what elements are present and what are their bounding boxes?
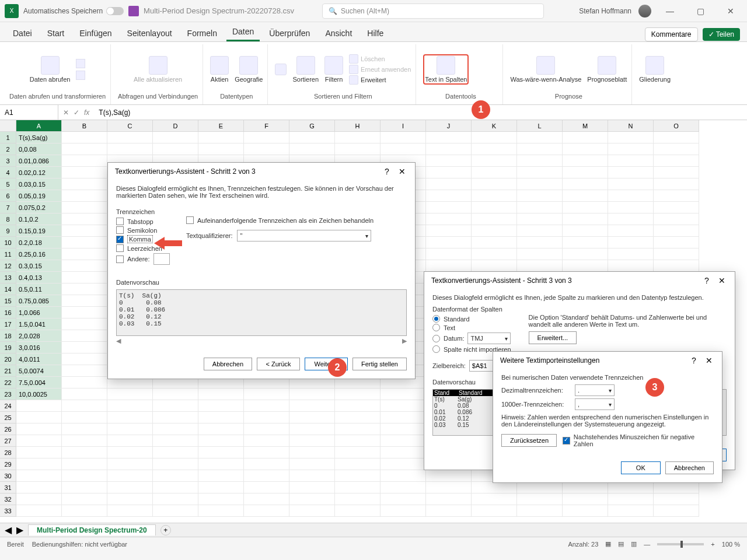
cell[interactable]: [62, 237, 107, 249]
avatar[interactable]: [638, 5, 651, 18]
cell[interactable]: [517, 167, 563, 178]
cell[interactable]: [563, 237, 608, 249]
share-button[interactable]: ✓ Teilen: [703, 28, 740, 41]
cell[interactable]: [517, 225, 563, 237]
tab-start[interactable]: Start: [41, 25, 71, 41]
cell[interactable]: [608, 178, 654, 190]
cell[interactable]: [62, 470, 107, 482]
cell[interactable]: [608, 260, 654, 272]
window-close[interactable]: ✕: [719, 6, 742, 16]
clear-filter[interactable]: Löschen: [349, 54, 411, 64]
cell[interactable]: [608, 214, 654, 225]
cell[interactable]: [426, 178, 472, 190]
cell[interactable]: [153, 412, 198, 424]
cell[interactable]: 0,0.08: [16, 144, 62, 155]
cell[interactable]: [654, 260, 699, 272]
cell[interactable]: [107, 447, 153, 459]
cell[interactable]: [608, 155, 654, 167]
cell[interactable]: [472, 505, 517, 517]
tab-formeln[interactable]: Formeln: [181, 25, 223, 41]
cell[interactable]: [563, 482, 608, 494]
cell[interactable]: [654, 237, 699, 249]
cell[interactable]: [153, 144, 198, 155]
cell[interactable]: [608, 190, 654, 202]
cell[interactable]: [198, 459, 244, 470]
tab-ueberpruefen[interactable]: Überprüfen: [263, 25, 316, 41]
cell[interactable]: [16, 435, 62, 447]
cell[interactable]: [107, 424, 153, 435]
cell[interactable]: 1.5,0.041: [16, 318, 62, 330]
date-format-combo[interactable]: TMJ▾: [467, 332, 511, 344]
save-icon[interactable]: [128, 6, 139, 16]
select-all-corner[interactable]: [0, 120, 16, 132]
cell[interactable]: [426, 482, 472, 494]
cell[interactable]: 0.2,0.18: [16, 237, 62, 249]
row-header[interactable]: 18: [0, 330, 16, 342]
cell[interactable]: [335, 132, 381, 144]
cell[interactable]: [472, 260, 517, 272]
cell[interactable]: [472, 132, 517, 144]
cell[interactable]: [472, 178, 517, 190]
help-icon[interactable]: ?: [704, 276, 714, 285]
cell[interactable]: [289, 424, 335, 435]
cell[interactable]: [654, 249, 699, 260]
cell[interactable]: [289, 482, 335, 494]
row-header[interactable]: 2: [0, 144, 16, 155]
cell[interactable]: [517, 494, 563, 505]
row-header[interactable]: 21: [0, 365, 16, 377]
cell[interactable]: [517, 237, 563, 249]
cell[interactable]: 0.03,0.15: [16, 178, 62, 190]
cell[interactable]: [16, 400, 62, 412]
row-header[interactable]: 30: [0, 470, 16, 482]
cell[interactable]: [426, 132, 472, 144]
cell[interactable]: [654, 482, 699, 494]
cell[interactable]: [563, 144, 608, 155]
column-header[interactable]: F: [244, 120, 289, 132]
cell[interactable]: [608, 249, 654, 260]
cell[interactable]: [289, 144, 335, 155]
cell[interactable]: [244, 435, 289, 447]
cell[interactable]: [16, 505, 62, 517]
cell[interactable]: [608, 202, 654, 214]
cell[interactable]: [62, 249, 107, 260]
cell[interactable]: [153, 132, 198, 144]
cell[interactable]: [62, 284, 107, 295]
cell[interactable]: [517, 132, 563, 144]
cell[interactable]: [62, 214, 107, 225]
cell[interactable]: [107, 400, 153, 412]
close-icon[interactable]: ✕: [718, 276, 728, 285]
window-restore[interactable]: ▢: [689, 6, 712, 16]
cell[interactable]: [198, 435, 244, 447]
cell[interactable]: [472, 482, 517, 494]
cell[interactable]: 0.4,0.13: [16, 272, 62, 284]
cell[interactable]: [153, 400, 198, 412]
cell[interactable]: [608, 225, 654, 237]
radio-text[interactable]: Text: [432, 324, 511, 331]
column-header[interactable]: E: [198, 120, 244, 132]
cell[interactable]: [244, 412, 289, 424]
row-header[interactable]: 13: [0, 272, 16, 284]
cell[interactable]: [153, 388, 198, 400]
cell[interactable]: [289, 447, 335, 459]
column-header[interactable]: J: [426, 120, 472, 132]
cell[interactable]: 0.05,0.19: [16, 190, 62, 202]
view-normal-icon[interactable]: ▦: [605, 540, 611, 548]
cell[interactable]: [16, 447, 62, 459]
cell[interactable]: [62, 330, 107, 342]
row-header[interactable]: 29: [0, 459, 16, 470]
view-break-icon[interactable]: ▥: [631, 540, 637, 548]
cell[interactable]: [654, 144, 699, 155]
cell[interactable]: [198, 447, 244, 459]
stocks-button[interactable]: Aktien: [210, 56, 229, 83]
cell[interactable]: [107, 132, 153, 144]
column-header[interactable]: C: [107, 120, 153, 132]
cell[interactable]: [381, 400, 426, 412]
column-header[interactable]: K: [472, 120, 517, 132]
enter-icon[interactable]: ✓: [74, 108, 79, 117]
cell[interactable]: [426, 190, 472, 202]
cell[interactable]: [608, 144, 654, 155]
cell[interactable]: [381, 447, 426, 459]
cell[interactable]: [244, 482, 289, 494]
cell[interactable]: [517, 214, 563, 225]
zoom-in[interactable]: +: [711, 541, 714, 548]
